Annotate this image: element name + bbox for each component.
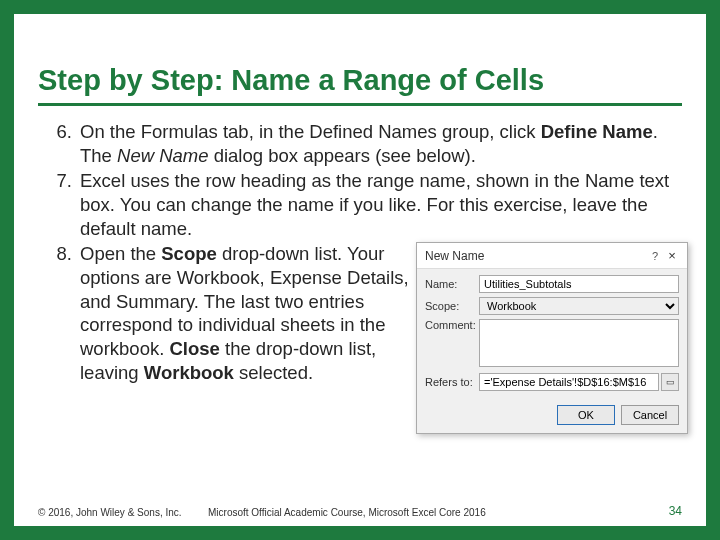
comment-row: Comment: bbox=[425, 319, 679, 369]
page-number: 34 bbox=[642, 504, 682, 518]
dialog-titlebar[interactable]: New Name ? × bbox=[417, 243, 687, 269]
refers-label: Refers to: bbox=[425, 376, 479, 388]
close-icon[interactable]: × bbox=[663, 248, 681, 263]
name-label: Name: bbox=[425, 278, 479, 290]
ok-button[interactable]: OK bbox=[557, 405, 615, 425]
step-number: 8. bbox=[44, 242, 72, 266]
footer-copyright: © 2016, John Wiley & Sons, Inc. bbox=[38, 507, 208, 518]
step-6: 6. On the Formulas tab, in the Defined N… bbox=[38, 120, 682, 167]
comment-textarea[interactable] bbox=[479, 319, 679, 367]
refers-input[interactable] bbox=[479, 373, 659, 391]
step-text: Open the Scope drop-down list. Your opti… bbox=[80, 242, 420, 384]
comment-label: Comment: bbox=[425, 319, 479, 331]
refers-row: Refers to: ▭ bbox=[425, 373, 679, 391]
dialog-body: Name: Scope: Workbook Comment: R bbox=[417, 269, 687, 401]
name-row: Name: bbox=[425, 275, 679, 293]
slide-title: Step by Step: Name a Range of Cells bbox=[38, 30, 682, 106]
dialog-button-row: OK Cancel bbox=[417, 401, 687, 433]
slide: Step by Step: Name a Range of Cells 6. O… bbox=[14, 14, 706, 526]
step-text: Excel uses the row heading as the range … bbox=[80, 170, 669, 238]
step-number: 7. bbox=[44, 169, 72, 193]
step-7: 7. Excel uses the row heading as the ran… bbox=[38, 169, 682, 240]
new-name-dialog: New Name ? × Name: Scope: Workbook bbox=[416, 242, 688, 434]
step-text: On the Formulas tab, in the Defined Name… bbox=[80, 121, 658, 166]
name-input[interactable] bbox=[479, 275, 679, 293]
footer-course: Microsoft Official Academic Course, Micr… bbox=[208, 507, 642, 518]
slide-body: 6. On the Formulas tab, in the Defined N… bbox=[38, 120, 682, 384]
scope-row: Scope: Workbook bbox=[425, 297, 679, 315]
scope-select[interactable]: Workbook bbox=[479, 297, 679, 315]
help-icon[interactable]: ? bbox=[647, 250, 663, 262]
cancel-button[interactable]: Cancel bbox=[621, 405, 679, 425]
step-number: 6. bbox=[44, 120, 72, 144]
dialog-title-text: New Name bbox=[425, 249, 647, 263]
slide-footer: © 2016, John Wiley & Sons, Inc. Microsof… bbox=[38, 504, 682, 518]
range-picker-icon[interactable]: ▭ bbox=[661, 373, 679, 391]
scope-label: Scope: bbox=[425, 300, 479, 312]
